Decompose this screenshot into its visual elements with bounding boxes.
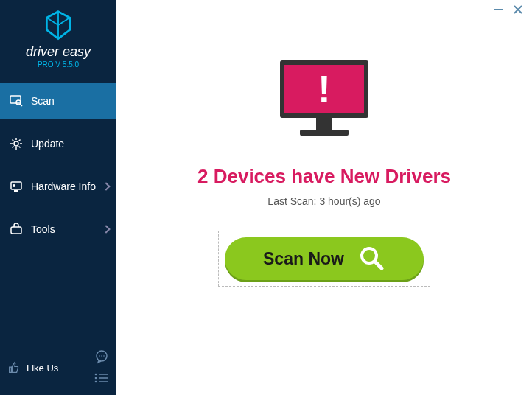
svg-rect-0: [10, 96, 21, 103]
close-button[interactable]: [513, 4, 523, 18]
version-label: PRO V 5.5.0: [38, 60, 79, 69]
monitor-screen: !: [280, 60, 368, 118]
svg-point-5: [13, 184, 15, 187]
scan-button-focus-outline: Scan Now: [218, 231, 430, 287]
svg-rect-7: [11, 227, 21, 234]
svg-point-12: [95, 374, 97, 376]
content: ! 2 Devices have New Drivers Last Scan: …: [116, 0, 532, 287]
svg-point-3: [14, 141, 18, 146]
nav-item-tools[interactable]: Tools: [0, 212, 116, 247]
chat-icon[interactable]: [94, 349, 109, 367]
menu-list-icon[interactable]: [94, 373, 109, 386]
scan-now-button[interactable]: Scan Now: [225, 237, 424, 280]
bottom-icon-group: [94, 349, 109, 386]
svg-point-9: [99, 355, 100, 357]
chevron-right-icon: [102, 182, 110, 190]
svg-line-2: [20, 104, 22, 106]
nav-label: Tools: [31, 223, 103, 235]
exclamation-icon: !: [318, 67, 330, 111]
nav-item-scan[interactable]: Scan: [0, 83, 116, 119]
svg-line-22: [375, 262, 382, 268]
hardware-icon: [9, 179, 24, 194]
nav-label: Scan: [31, 95, 109, 107]
nav: Scan Update Hardware Info Tools: [0, 83, 116, 254]
like-us-button[interactable]: Like Us: [7, 361, 58, 374]
sidebar-bottom: Like Us: [0, 340, 116, 395]
logo-area: driver easy PRO V 5.5.0: [0, 0, 116, 74]
last-scan-text: Last Scan: 3 hour(s) ago: [267, 195, 380, 207]
svg-point-14: [95, 377, 97, 380]
alert-monitor-graphic: !: [273, 60, 376, 149]
headline: 2 Devices have New Drivers: [197, 165, 451, 188]
minimize-button[interactable]: [494, 4, 504, 18]
nav-label: Update: [31, 138, 109, 150]
gear-icon: [9, 136, 24, 151]
scan-button-label: Scan Now: [263, 249, 344, 269]
logo-icon: [41, 9, 75, 43]
like-us-label: Like Us: [27, 363, 58, 374]
chevron-right-icon: [102, 225, 110, 233]
svg-point-10: [101, 355, 102, 357]
tools-icon: [9, 222, 24, 237]
monitor-base: [300, 130, 349, 136]
nav-label: Hardware Info: [31, 181, 103, 192]
svg-rect-6: [14, 190, 18, 192]
magnifier-icon: [357, 244, 385, 274]
search-monitor-icon: [9, 94, 24, 108]
nav-item-hardware[interactable]: Hardware Info: [0, 169, 116, 204]
monitor-stand: [316, 118, 332, 130]
sidebar: driver easy PRO V 5.5.0 Scan Update Hard…: [0, 0, 116, 395]
svg-point-11: [103, 355, 105, 357]
svg-point-16: [95, 381, 97, 383]
nav-item-update[interactable]: Update: [0, 126, 116, 161]
main-panel: ! 2 Devices have New Drivers Last Scan: …: [116, 0, 532, 395]
thumbs-up-icon: [7, 361, 21, 374]
window-controls: [494, 4, 523, 18]
brand-name: driver easy: [26, 44, 91, 60]
